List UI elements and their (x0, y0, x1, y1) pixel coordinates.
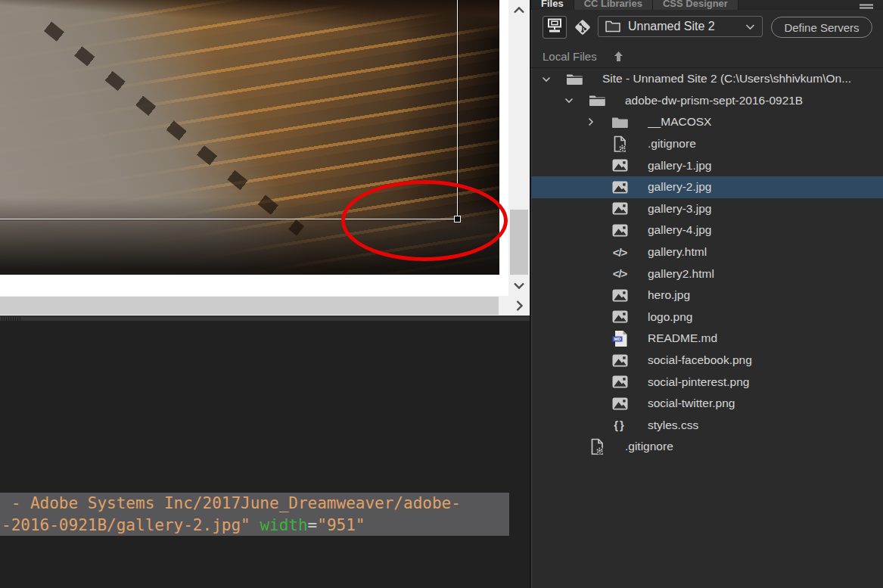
tab-files[interactable]: Files (531, 0, 574, 10)
tree-item-label: gallery-2.jpg (648, 180, 711, 194)
tree-item-label: adobe-dw-prism-sept-2016-0921B (625, 94, 803, 107)
tab-cc-libraries[interactable]: CC Libraries (574, 0, 653, 10)
code-line: -2016-0921B/gallery-2.jpg" width="951" (2, 515, 509, 537)
image-file-icon (610, 178, 630, 196)
tree-item-label: __MACOSX (648, 115, 711, 129)
code-line: - Adobe Systems Inc/2017June_Dreamweaver… (2, 493, 509, 515)
tree-item-label: hero.jpg (648, 288, 690, 302)
file-social-facebook-png[interactable]: social-facebook.png (531, 350, 883, 372)
image-file-icon (610, 373, 630, 391)
file-gitignore[interactable]: .gitignore (531, 436, 883, 458)
panel-menu-icon[interactable] (860, 2, 873, 10)
scroll-right-icon[interactable] (515, 300, 524, 315)
folder-icon (605, 20, 620, 33)
folder-adobe-dw-prism-sept-2016-0921b[interactable]: adobe-dw-prism-sept-2016-0921B (531, 90, 883, 112)
chevron-right-icon[interactable] (587, 117, 610, 126)
file-gallery-2-jpg[interactable]: gallery-2.jpg (531, 176, 883, 198)
chevron-down-icon[interactable] (564, 97, 587, 104)
git-button[interactable] (573, 17, 592, 37)
image-file-icon (610, 308, 630, 326)
gitignore-file-icon (587, 437, 607, 456)
code-file-icon: </> (610, 243, 630, 261)
scroll-up-icon[interactable] (513, 4, 525, 17)
files-toolbar: Unnamed Site 2 Define Servers (531, 11, 883, 45)
file-social-pinterest-png[interactable]: social-pinterest.png (531, 371, 883, 393)
code-selection: - Adobe Systems Inc/2017June_Dreamweaver… (0, 493, 509, 536)
tree-item-label: social-pinterest.png (648, 375, 749, 389)
vertical-scrollbar[interactable] (508, 0, 530, 296)
code-view[interactable]: - Adobe Systems Inc/2017June_Dreamweaver… (0, 321, 530, 588)
tree-item-label: gallery.html (648, 245, 707, 259)
file-gallery2-html[interactable]: </>gallery2.html (531, 263, 883, 285)
file-hero-jpg[interactable]: hero.jpg (531, 285, 883, 306)
file-gallery-html[interactable]: </>gallery.html (531, 241, 883, 263)
define-servers-button[interactable]: Define Servers (771, 17, 872, 38)
svg-text:MD: MD (614, 337, 620, 341)
folder-site-unnamed-site-2-c-users-shhivkum-on[interactable]: Site - Unnamed Site 2 (C:\Users\shhivkum… (531, 68, 883, 90)
file-social-twitter-png[interactable]: social-twitter.png (531, 393, 883, 415)
file-gallery-1-jpg[interactable]: gallery-1.jpg (531, 154, 883, 176)
files-panel: Files CC Libraries CSS Designer (530, 0, 883, 588)
image-file-icon (610, 394, 630, 412)
tree-item-label: Site - Unnamed Site 2 (C:\Users\shhivkum… (602, 72, 851, 86)
local-files-header: Local Files (531, 47, 883, 66)
site-dropdown[interactable]: Unnamed Site 2 (598, 16, 763, 37)
horizontal-scrollbar-thumb[interactable] (0, 297, 499, 315)
folder-macosx[interactable]: __MACOSX (531, 111, 883, 133)
scroll-down-icon[interactable] (513, 279, 525, 293)
tree-item-label: gallery-4.jpg (648, 223, 711, 237)
code-file-icon: </> (610, 265, 630, 283)
git-icon (573, 26, 592, 39)
tree-item-label: gallery-1.jpg (648, 159, 711, 173)
remote-server-icon (546, 18, 563, 36)
folder-icon (610, 113, 630, 131)
folder-icon (587, 92, 607, 110)
view-splitter[interactable] (0, 316, 530, 321)
file-styles-css[interactable]: {}styles.css (531, 415, 883, 437)
tree-item-label: logo.png (648, 310, 692, 324)
file-gallery-4-jpg[interactable]: gallery-4.jpg (531, 219, 883, 241)
tree-item-label: social-facebook.png (648, 353, 752, 367)
tree-item-label: styles.css (648, 418, 698, 432)
image-file-icon (610, 221, 630, 239)
tree-item-label: social-twitter.png (648, 397, 735, 410)
gitignore-file-icon (610, 135, 630, 153)
tree-item-label: README.md (648, 331, 717, 345)
tree-item-label: gallery-3.jpg (648, 202, 711, 216)
image-file-icon (610, 200, 630, 218)
folder-icon (564, 70, 584, 88)
red-ellipse-annotation (341, 180, 508, 261)
file-gallery-3-jpg[interactable]: gallery-3.jpg (531, 198, 883, 220)
panel-tab-bar: Files CC Libraries CSS Designer (531, 0, 883, 10)
tree-item-label: gallery2.html (648, 267, 714, 281)
image-file-icon (610, 286, 630, 304)
tree-item-label: .gitignore (625, 440, 673, 453)
file-gitignore[interactable]: .gitignore (531, 133, 883, 155)
image-file-icon (610, 157, 630, 175)
file-logo-png[interactable]: logo.png (531, 306, 883, 328)
sort-ascending-icon[interactable] (614, 51, 623, 62)
site-dropdown-value: Unnamed Site 2 (628, 20, 745, 33)
file-tree: Site - Unnamed Site 2 (C:\Users\shhivkum… (531, 68, 883, 458)
file-readme-md[interactable]: MDREADME.md (531, 328, 883, 350)
vertical-scrollbar-thumb[interactable] (510, 210, 528, 275)
tree-item-label: .gitignore (648, 137, 696, 151)
tab-css-designer[interactable]: CSS Designer (653, 0, 738, 10)
markdown-file-icon: MD (610, 329, 630, 347)
connect-to-server-button[interactable] (543, 16, 567, 39)
local-files-label: Local Files (543, 50, 597, 63)
chevron-down-icon (745, 23, 755, 30)
image-file-icon (610, 351, 630, 369)
design-view[interactable] (0, 0, 530, 316)
dreamweaver-window: - Adobe Systems Inc/2017June_Dreamweaver… (0, 0, 883, 588)
photo-shadow-detail (44, 21, 304, 235)
chevron-down-icon[interactable] (542, 76, 564, 82)
horizontal-scrollbar[interactable] (0, 296, 530, 316)
css-file-icon: {} (610, 416, 630, 434)
